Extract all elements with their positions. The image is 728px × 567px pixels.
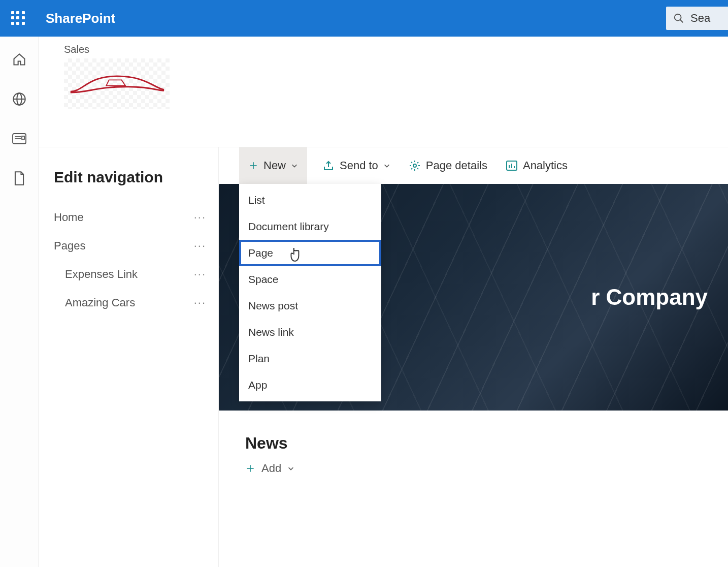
nav-item-amazing-cars[interactable]: Amazing Cars ··· <box>54 289 206 317</box>
search-input[interactable] <box>690 12 721 25</box>
app-rail <box>0 37 39 567</box>
send-to-label: Send to <box>340 159 378 172</box>
hero-title: r Company <box>591 285 708 310</box>
menu-item-news-link[interactable]: News link <box>239 319 381 345</box>
new-dropdown-menu: List Document library Page Space News po… <box>239 184 381 401</box>
menu-item-page-label: Page <box>248 247 273 259</box>
site-header: Sales <box>39 37 728 147</box>
nav-item-home[interactable]: Home ··· <box>54 203 206 232</box>
nav-item-pages[interactable]: Pages ··· <box>54 232 206 260</box>
app-launcher-button[interactable] <box>0 0 37 37</box>
nav-item-label: Home <box>54 211 84 224</box>
site-name[interactable]: Sales <box>64 44 728 55</box>
page-icon <box>13 171 25 186</box>
nav-item-label: Expenses Link <box>54 268 138 281</box>
page-details-label: Page details <box>426 159 487 172</box>
brand-label[interactable]: SharePoint <box>46 11 115 26</box>
cursor-icon <box>289 247 302 262</box>
menu-item-list[interactable]: List <box>239 187 381 213</box>
new-button[interactable]: New <box>239 147 307 184</box>
new-label: New <box>263 159 286 172</box>
nav-item-expenses-link[interactable]: Expenses Link ··· <box>54 260 206 289</box>
analytics-button[interactable]: Analytics <box>503 147 571 184</box>
send-to-button[interactable]: Send to <box>319 147 393 184</box>
nav-title: Edit navigation <box>54 169 206 186</box>
svg-line-1 <box>680 20 683 23</box>
svg-point-12 <box>413 164 416 167</box>
menu-item-plan[interactable]: Plan <box>239 345 381 372</box>
plus-icon <box>248 161 258 171</box>
waffle-icon <box>11 11 25 25</box>
nav-item-label: Amazing Cars <box>54 296 135 309</box>
chart-icon <box>506 160 518 171</box>
menu-item-app[interactable]: App <box>239 372 381 398</box>
menu-item-document-library[interactable]: Document library <box>239 213 381 240</box>
menu-item-news-post[interactable]: News post <box>239 293 381 319</box>
menu-item-space[interactable]: Space <box>239 266 381 293</box>
page-details-button[interactable]: Page details <box>406 147 490 184</box>
nav-item-more-icon[interactable]: ··· <box>194 268 206 281</box>
car-logo-icon <box>69 69 165 99</box>
svg-rect-8 <box>22 136 24 139</box>
site-logo[interactable] <box>64 58 170 109</box>
search-icon <box>673 13 684 24</box>
news-icon <box>12 132 27 145</box>
page-toolbar: New Send to Page details Analytic <box>219 147 728 184</box>
news-heading: News <box>245 434 728 453</box>
chevron-down-icon <box>291 162 298 169</box>
svg-point-0 <box>675 14 681 21</box>
nav-item-more-icon[interactable]: ··· <box>194 239 206 253</box>
news-section: News Add <box>219 411 728 475</box>
chevron-down-icon <box>287 465 294 472</box>
chevron-down-icon <box>383 162 390 169</box>
globe-icon <box>12 92 26 106</box>
analytics-label: Analytics <box>523 159 568 172</box>
rail-news-button[interactable] <box>11 130 28 147</box>
rail-home-button[interactable] <box>11 51 28 68</box>
gear-icon <box>409 160 421 172</box>
rail-globe-button[interactable] <box>11 90 28 108</box>
news-add-button[interactable]: Add <box>245 462 728 475</box>
nav-item-more-icon[interactable]: ··· <box>194 211 206 224</box>
home-icon <box>12 52 26 67</box>
search-box[interactable] <box>666 7 728 30</box>
menu-item-page[interactable]: Page <box>239 240 381 266</box>
news-add-label: Add <box>261 462 281 475</box>
rail-file-button[interactable] <box>11 170 28 187</box>
page-canvas: New Send to Page details Analytic <box>218 147 728 567</box>
suite-bar: SharePoint <box>0 0 728 37</box>
nav-item-more-icon[interactable]: ··· <box>194 296 206 309</box>
nav-panel: Edit navigation Home ··· Pages ··· Expen… <box>39 147 218 567</box>
plus-icon <box>245 463 255 474</box>
share-icon <box>322 160 335 172</box>
nav-item-label: Pages <box>54 239 85 253</box>
